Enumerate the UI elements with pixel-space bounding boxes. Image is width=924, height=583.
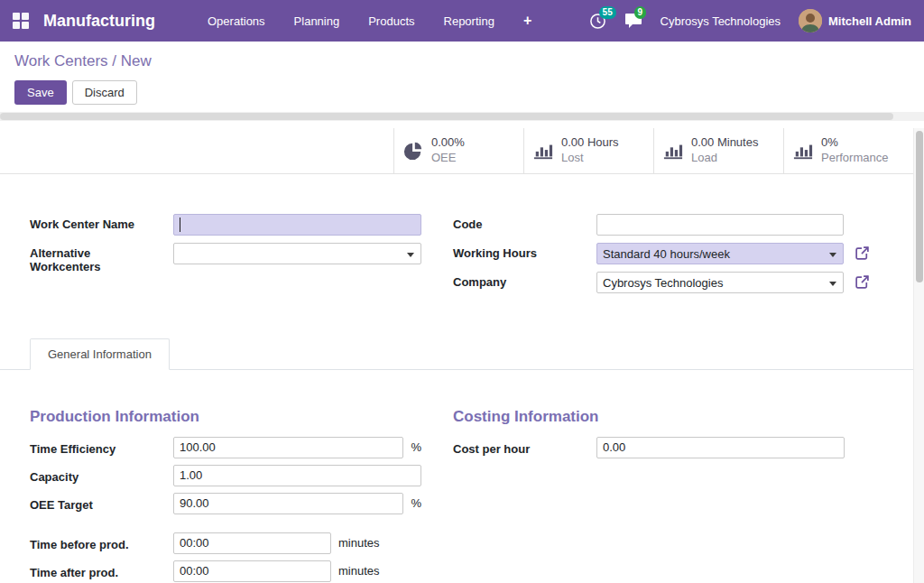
field-row-time-before-prod: Time before prod. minutes	[30, 532, 453, 554]
time-before-prod-label: Time before prod.	[30, 534, 173, 551]
stat-value: 0.00%	[431, 135, 465, 151]
avatar	[799, 9, 822, 32]
menu-operations[interactable]: Operations	[206, 11, 267, 32]
time-before-prod-input[interactable]	[173, 532, 331, 554]
stat-label: Performance	[821, 151, 888, 166]
working-hours-external-link-icon[interactable]	[855, 245, 870, 261]
percent-suffix: %	[411, 440, 421, 454]
breadcrumb: Work Centers / New	[14, 52, 910, 70]
messages-button[interactable]: 9	[624, 13, 642, 29]
stat-label: OEE	[431, 151, 465, 166]
percent-suffix: %	[411, 496, 421, 510]
text-cursor	[180, 217, 180, 232]
oee-target-input[interactable]	[173, 493, 403, 514]
menu-planning[interactable]: Planning	[292, 11, 342, 32]
field-row-time-efficiency: Time Efficiency %	[30, 437, 453, 458]
app-name[interactable]: Manufacturing	[43, 12, 155, 31]
vertical-scrollbar-thumb[interactable]	[916, 131, 923, 282]
alternative-workcenters-select[interactable]	[173, 243, 421, 264]
working-hours-label: Working Hours	[453, 243, 596, 264]
stat-value: 0.00 Minutes	[691, 135, 758, 151]
company-select[interactable]: Cybrosys Technologies	[596, 272, 844, 293]
stat-value: 0.00 Hours	[561, 135, 619, 151]
work-center-name-label: Work Center Name	[30, 214, 173, 236]
stat-button-row: 0.00% OEE 0.00 Hours Lost	[0, 128, 913, 174]
tab-content: Production Information Time Efficiency %…	[0, 370, 913, 583]
company-external-link-icon[interactable]	[855, 274, 870, 290]
vertical-scrollbar	[913, 128, 924, 583]
code-input[interactable]	[596, 214, 844, 236]
field-row-working-hours: Working Hours Standard 40 hours/week	[453, 243, 883, 264]
time-efficiency-label: Time Efficiency	[30, 439, 173, 456]
breadcrumb-work-centers[interactable]: Work Centers	[14, 52, 108, 69]
discard-button[interactable]: Discard	[72, 80, 137, 105]
form-view: 0.00% OEE 0.00 Hours Lost	[0, 128, 924, 583]
working-hours-select[interactable]: Standard 40 hours/week	[596, 243, 844, 264]
time-after-prod-label: Time after prod.	[30, 562, 173, 579]
stat-label: Load	[691, 151, 758, 166]
stat-button-oee[interactable]: 0.00% OEE	[393, 128, 523, 173]
oee-target-label: OEE Target	[30, 495, 173, 512]
horizontal-scrollbar-thumb[interactable]	[0, 113, 893, 120]
costing-information-title: Costing Information	[453, 408, 883, 426]
cost-per-hour-label: Cost per hour	[453, 439, 596, 456]
bar-chart-icon	[533, 141, 553, 161]
field-row-oee-target: OEE Target %	[30, 493, 453, 514]
minutes-suffix: minutes	[338, 564, 380, 578]
bar-chart-icon	[793, 141, 813, 161]
cost-per-hour-input[interactable]	[596, 437, 845, 458]
stat-value: 0%	[821, 135, 888, 151]
bar-chart-icon	[663, 141, 683, 161]
pie-chart-icon	[403, 141, 423, 161]
time-after-prod-input[interactable]	[173, 560, 331, 582]
menu-reporting[interactable]: Reporting	[442, 11, 496, 32]
field-row-capacity: Capacity	[30, 465, 453, 486]
code-label: Code	[453, 214, 596, 236]
work-center-name-input[interactable]	[173, 214, 421, 236]
tab-general-information[interactable]: General Information	[30, 338, 170, 370]
time-efficiency-input[interactable]	[173, 437, 403, 458]
systray: 55 9 Cybrosys Technologies Mitchell Admi…	[589, 9, 911, 32]
user-name: Mitchell Admin	[828, 14, 911, 28]
field-row-work-center-name: Work Center Name	[30, 214, 453, 236]
field-row-code: Code	[453, 214, 883, 236]
stat-button-lost[interactable]: 0.00 Hours Lost	[523, 128, 653, 173]
form-sheet: 0.00% OEE 0.00 Hours Lost	[0, 128, 913, 583]
caret-down-icon	[407, 253, 414, 257]
stat-label: Lost	[561, 151, 619, 166]
caret-down-icon	[829, 253, 836, 257]
top-navbar: Manufacturing Operations Planning Produc…	[0, 0, 924, 42]
apps-grid-icon[interactable]	[13, 13, 29, 29]
plus-icon[interactable]: +	[522, 9, 533, 32]
notebook-tabs: General Information	[0, 338, 913, 370]
company-switcher[interactable]: Cybrosys Technologies	[661, 14, 781, 28]
save-button[interactable]: Save	[14, 80, 67, 105]
user-menu[interactable]: Mitchell Admin	[799, 9, 911, 32]
nav-menus: Operations Planning Products Reporting +	[206, 9, 533, 32]
company-label: Company	[453, 272, 596, 293]
activity-count-badge: 55	[599, 6, 616, 19]
capacity-input[interactable]	[173, 465, 421, 486]
caret-down-icon	[829, 282, 836, 286]
form-header-fields: Work Center Name Alternative Workcenters	[0, 174, 913, 301]
field-row-company: Company Cybrosys Technologies	[453, 272, 883, 293]
minutes-suffix: minutes	[338, 536, 380, 550]
production-information-title: Production Information	[30, 408, 453, 426]
menu-products[interactable]: Products	[366, 11, 416, 32]
stat-button-performance[interactable]: 0% Performance	[783, 128, 913, 173]
message-count-badge: 9	[634, 6, 647, 19]
stat-button-load[interactable]: 0.00 Minutes Load	[653, 128, 783, 173]
alternative-workcenters-label: Alternative Workcenters	[30, 243, 173, 273]
horizontal-scrollbar	[0, 112, 924, 121]
breadcrumb-current: New	[121, 52, 152, 69]
control-panel: Work Centers / New Save Discard	[0, 42, 924, 112]
field-row-alternative-workcenters: Alternative Workcenters	[30, 243, 453, 273]
activities-button[interactable]: 55	[589, 13, 606, 30]
field-row-cost-per-hour: Cost per hour	[453, 437, 883, 458]
capacity-label: Capacity	[30, 467, 173, 484]
action-buttons: Save Discard	[14, 80, 910, 105]
breadcrumb-separator: /	[108, 52, 121, 69]
field-row-time-after-prod: Time after prod. minutes	[30, 560, 453, 582]
